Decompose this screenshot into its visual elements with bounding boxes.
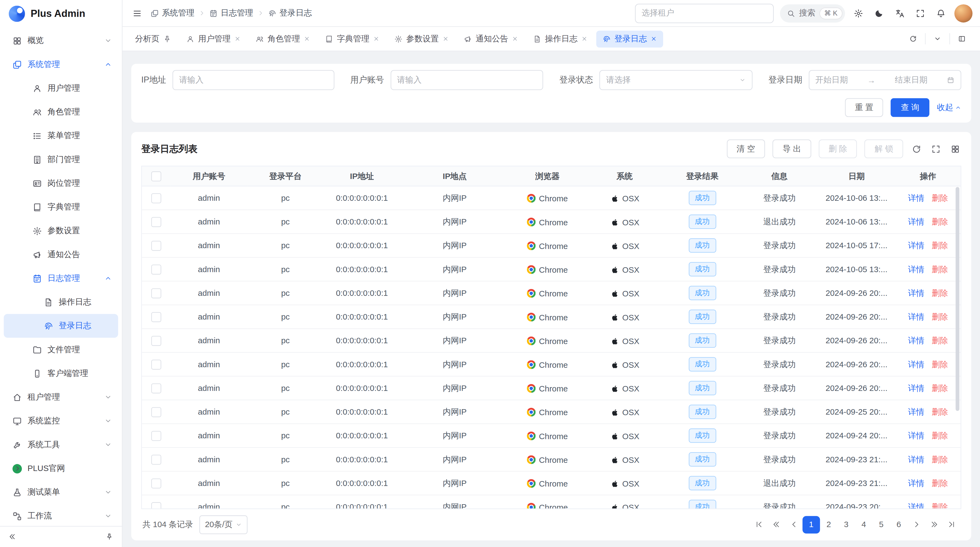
query-button[interactable]: 查 询 [891, 98, 929, 117]
row-checkbox[interactable] [151, 478, 161, 488]
sidebar-item-file-management[interactable]: 文件管理 [4, 338, 118, 362]
toggle-sidebar-button[interactable] [130, 6, 145, 21]
sidebar-item-system-tools[interactable]: 系统工具 [4, 433, 118, 456]
delete-link[interactable]: 删除 [932, 430, 948, 441]
app-logo[interactable]: Plus Admin [0, 0, 122, 27]
row-checkbox[interactable] [151, 312, 161, 322]
sidebar-item-operation-log[interactable]: 操作日志 [4, 290, 118, 314]
page-button-3[interactable]: 3 [838, 516, 855, 533]
page-button-5[interactable]: 5 [872, 516, 890, 533]
refresh-table-button[interactable] [911, 143, 923, 155]
delete-link[interactable]: 删除 [932, 264, 948, 275]
row-checkbox[interactable] [151, 336, 161, 346]
detail-link[interactable]: 详情 [908, 240, 924, 251]
unlock-button[interactable]: 解 锁 [865, 139, 903, 158]
clear-button[interactable]: 清 空 [727, 139, 765, 158]
breadcrumb-item-login-log[interactable]: 登录日志 [268, 8, 312, 19]
close-icon[interactable] [651, 36, 657, 42]
row-checkbox[interactable] [151, 265, 161, 274]
row-checkbox[interactable] [151, 360, 161, 370]
sidebar-item-tenant-management[interactable]: 租户管理 [4, 385, 118, 409]
sidebar-item-role-management[interactable]: 角色管理 [4, 100, 118, 124]
login-status-select[interactable]: 请选择 [600, 70, 752, 90]
delete-link[interactable]: 删除 [932, 311, 948, 322]
delete-link[interactable]: 删除 [932, 501, 948, 509]
first-page-button[interactable] [750, 516, 767, 533]
sidebar-item-plus-website[interactable]: PLUS官网 [4, 456, 118, 480]
table-fullscreen-button[interactable] [930, 143, 942, 155]
reset-button[interactable]: 重 置 [845, 98, 883, 117]
tab-login-log[interactable]: 登录日志 [596, 30, 663, 47]
sidebar-item-dict-management[interactable]: 字典管理 [4, 195, 118, 219]
detail-link[interactable]: 详情 [908, 287, 924, 298]
fullscreen-button[interactable] [913, 6, 928, 21]
close-icon[interactable] [373, 36, 379, 42]
detail-link[interactable]: 详情 [908, 264, 924, 275]
select-all-checkbox[interactable] [151, 171, 161, 182]
sidebar-item-dept-management[interactable]: 部门管理 [4, 148, 118, 171]
sidebar-item-post-management[interactable]: 岗位管理 [4, 171, 118, 195]
delete-link[interactable]: 删除 [932, 454, 948, 465]
row-checkbox[interactable] [151, 383, 161, 393]
page-button-6[interactable]: 6 [890, 516, 907, 533]
detail-link[interactable]: 详情 [908, 454, 924, 465]
page-size-select[interactable]: 20条/页 [199, 515, 247, 534]
delete-link[interactable]: 删除 [932, 478, 948, 489]
row-checkbox[interactable] [151, 241, 161, 250]
close-icon[interactable] [581, 36, 587, 42]
sidebar-item-log-management[interactable]: 日志管理 [4, 266, 118, 290]
sidebar-item-menu-management[interactable]: 菜单管理 [4, 124, 118, 148]
row-checkbox[interactable] [151, 502, 161, 509]
settings-button[interactable] [851, 6, 865, 21]
last-page-button[interactable] [942, 516, 960, 533]
pin-icon[interactable] [163, 35, 171, 43]
sidebar-item-test-menu[interactable]: 测试菜单 [4, 480, 118, 504]
close-icon[interactable] [234, 36, 241, 42]
detail-link[interactable]: 详情 [908, 335, 924, 346]
delete-link[interactable]: 删除 [932, 383, 948, 394]
content-layout-button[interactable] [956, 32, 968, 45]
account-input[interactable]: 请输入 [390, 70, 543, 90]
detail-link[interactable]: 详情 [908, 311, 924, 322]
next-page-button[interactable] [908, 516, 925, 533]
collapse-sidebar-button[interactable] [6, 530, 19, 543]
delete-link[interactable]: 删除 [932, 216, 948, 227]
detail-link[interactable]: 详情 [908, 216, 924, 227]
tab-notice[interactable]: 通知公告 [458, 30, 525, 47]
row-checkbox[interactable] [151, 288, 161, 298]
delete-link[interactable]: 删除 [932, 335, 948, 346]
export-button[interactable]: 导 出 [773, 139, 811, 158]
delete-link[interactable]: 删除 [932, 359, 948, 370]
tab-param-settings[interactable]: 参数设置 [388, 30, 455, 47]
tab-role-management[interactable]: 角色管理 [249, 30, 316, 47]
table-scrollbar[interactable] [956, 187, 959, 411]
breadcrumb-item-log[interactable]: 日志管理 [209, 8, 253, 19]
delete-button[interactable]: 删 除 [819, 139, 857, 158]
detail-link[interactable]: 详情 [908, 359, 924, 370]
ip-input[interactable]: 请输入 [172, 70, 334, 90]
detail-link[interactable]: 详情 [908, 383, 924, 394]
close-icon[interactable] [512, 36, 518, 42]
tab-user-management[interactable]: 用户管理 [180, 30, 247, 47]
row-checkbox[interactable] [151, 455, 161, 465]
tab-operation-log[interactable]: 操作日志 [527, 30, 594, 47]
refresh-tab-button[interactable] [907, 32, 919, 45]
close-icon[interactable] [304, 36, 310, 42]
delete-link[interactable]: 删除 [932, 406, 948, 417]
login-date-range[interactable]: 开始日期 → 结束日期 [808, 70, 961, 90]
dark-mode-button[interactable] [872, 6, 886, 21]
tenant-select[interactable]: 选择租户 [635, 3, 774, 23]
breadcrumb-item-system[interactable]: 系统管理 [151, 8, 194, 19]
row-checkbox[interactable] [151, 431, 161, 441]
sidebar-item-notice[interactable]: 通知公告 [4, 243, 118, 266]
page-button-4[interactable]: 4 [855, 516, 872, 533]
sidebar-item-user-management[interactable]: 用户管理 [4, 76, 118, 100]
sidebar-item-overview[interactable]: 概览 [4, 29, 118, 53]
collapse-filters-link[interactable]: 收起 [937, 102, 961, 113]
delete-link[interactable]: 删除 [932, 240, 948, 251]
jump-back-button[interactable] [767, 516, 785, 533]
page-button-1[interactable]: 1 [802, 516, 820, 533]
delete-link[interactable]: 删除 [932, 287, 948, 298]
sidebar-item-login-log[interactable]: 登录日志 [4, 314, 118, 338]
delete-link[interactable]: 删除 [932, 192, 948, 204]
